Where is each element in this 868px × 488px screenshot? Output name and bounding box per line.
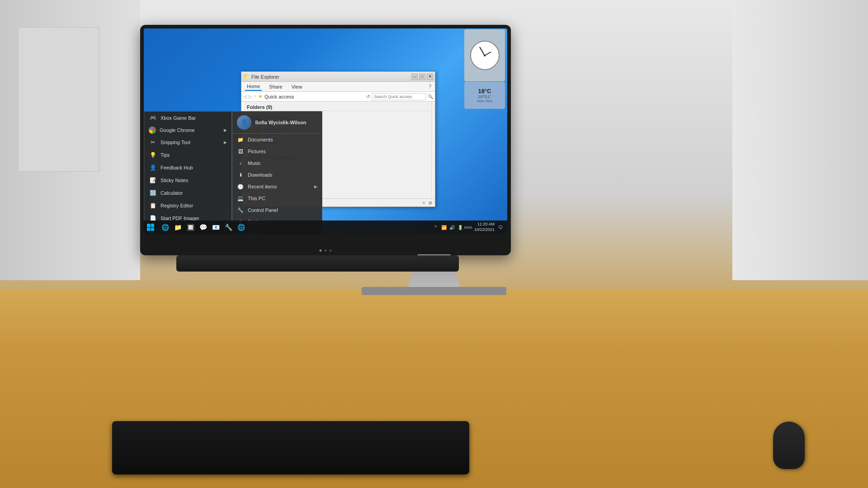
submenu-recent[interactable]: 🕒 Recent items ▶ <box>232 181 322 192</box>
taskbar-mail-icon[interactable]: 📧 <box>210 221 222 233</box>
scrollbar[interactable] <box>431 102 435 198</box>
menu-item-registry[interactable]: 📋 Registry Editor <box>144 199 231 212</box>
tray-keyboard[interactable]: ENG <box>465 224 472 230</box>
monitor-dot-2 <box>325 249 327 252</box>
registry-icon: 📋 <box>149 202 157 210</box>
maximize-button[interactable]: □ <box>419 74 425 80</box>
wall-right <box>732 0 868 280</box>
snipping-arrow: ▶ <box>224 140 227 145</box>
keyboard <box>112 421 469 474</box>
view-list-icon[interactable]: ≡ <box>423 201 425 205</box>
submenu-downloads[interactable]: ⬇ Downloads <box>232 169 322 181</box>
pictures-icon: 🖼 <box>237 148 244 155</box>
menu-item-chrome[interactable]: Google Chrome ▶ <box>144 124 231 136</box>
chrome-icon <box>149 127 156 134</box>
tips-label: Tips <box>160 152 227 158</box>
menu-item-calc[interactable]: 🔢 Calculator <box>144 187 231 199</box>
tray-volume[interactable]: 🔊 <box>449 224 455 230</box>
star-icon: ★ <box>258 94 263 99</box>
recent-label: Recent items <box>248 184 277 189</box>
documents-icon: 📁 <box>237 136 244 143</box>
tray-chevron[interactable]: ^ <box>433 224 439 230</box>
monitor-screen: 18°C 19°/11° New York 📁 File Explorer — … <box>144 28 507 234</box>
taskbar-explorer-icon[interactable]: 📁 <box>172 221 184 233</box>
music-icon: ♪ <box>237 160 244 167</box>
nav-back-icon[interactable]: ◁ <box>243 94 247 99</box>
submenu-music[interactable]: ♪ Music <box>232 157 322 169</box>
file-explorer-titlebar: 📁 File Explorer — □ ✕ <box>241 72 435 82</box>
menu-item-feedback[interactable]: 👤 Feedback Hub <box>144 161 231 174</box>
nav-up-icon[interactable]: ↑ <box>254 94 256 99</box>
submenu-thispc[interactable]: 💻 This PC <box>232 192 322 204</box>
sticky-label: Sticky Notes <box>160 178 227 183</box>
start-menu: 🎮 Xbox Game Bar Google Chrome ▶ ✂ Snippi… <box>144 111 232 234</box>
start-button[interactable] <box>144 221 157 234</box>
taskbar-time-value: 11:20 AM <box>474 222 495 227</box>
search-input[interactable] <box>372 93 426 100</box>
taskbar-pinned-icons: 🌐 📁 🔲 💬 📧 🔧 🌐 <box>157 221 249 233</box>
menu-item-xbox[interactable]: 🎮 Xbox Game Bar <box>144 112 231 124</box>
taskbar-browser2-icon[interactable]: 🌐 <box>235 221 247 233</box>
taskbar-edge-icon[interactable]: 🌐 <box>159 221 171 233</box>
tips-icon: 💡 <box>149 151 157 159</box>
minimize-button[interactable]: — <box>411 74 418 80</box>
submenu-pictures[interactable]: 🖼 Pictures <box>232 145 322 157</box>
tray-network[interactable]: 📶 <box>441 224 447 230</box>
win-logo-tl <box>147 224 151 227</box>
submenu-controlpanel[interactable]: 🔧 Control Panel <box>232 204 322 216</box>
system-tray: ^ 📶 🔊 🔋 ENG <box>433 224 472 230</box>
tab-share[interactable]: Share <box>267 83 284 90</box>
taskbar-chat-icon[interactable]: 💬 <box>197 221 209 233</box>
tab-home[interactable]: Home <box>245 83 262 91</box>
thispc-icon: 💻 <box>237 195 244 202</box>
taskbar-store-icon[interactable]: 🔲 <box>184 221 196 233</box>
recent-arrow: ▶ <box>314 184 317 189</box>
close-button[interactable]: ✕ <box>427 74 433 80</box>
file-explorer-title: File Explorer <box>251 74 411 80</box>
thispc-label: This PC <box>248 196 265 201</box>
taskbar: 🌐 📁 🔲 💬 📧 🔧 🌐 ^ 📶 🔊 🔋 ENG 11:20 AM <box>144 221 507 234</box>
address-text[interactable]: Quick access <box>264 94 364 99</box>
chrome-arrow: ▶ <box>224 128 227 132</box>
clock-center-dot <box>484 55 486 56</box>
monitor-indicator-dots <box>320 249 332 252</box>
recent-icon: 🕒 <box>237 183 244 190</box>
mouse <box>773 422 805 469</box>
file-explorer-ribbon: Home Share View ? <box>241 82 435 92</box>
taskbar-clock[interactable]: 11:20 AM 10/22/2021 <box>474 222 495 232</box>
weather-range: 19°/11° <box>478 94 491 99</box>
weather-temp: 18°C <box>478 88 491 94</box>
submenu-documents[interactable]: 📁 Documents <box>232 134 322 145</box>
clock-face <box>470 41 500 70</box>
menu-item-tips[interactable]: 💡 Tips <box>144 149 231 161</box>
menu-item-snipping[interactable]: ✂ Snipping Tool ▶ <box>144 136 231 149</box>
taskbar-settings-icon[interactable]: 🔧 <box>222 221 234 233</box>
monitor-dot-3 <box>330 249 332 252</box>
nav-forward-icon[interactable]: ▷ <box>249 94 252 99</box>
taskbar-date-value: 10/22/2021 <box>474 227 495 233</box>
folder-icon: 📁 <box>243 74 250 80</box>
win-logo-br <box>151 228 155 231</box>
tab-view[interactable]: View <box>290 83 304 90</box>
calc-icon: 🔢 <box>149 189 157 197</box>
controlpanel-icon: 🔧 <box>237 206 244 214</box>
monitor-base <box>362 287 506 295</box>
pictures-label: Pictures <box>248 149 266 154</box>
window-controls: — □ ✕ <box>411 74 433 80</box>
downloads-icon: ⬇ <box>237 171 244 178</box>
view-grid-icon[interactable]: ⊞ <box>429 201 432 205</box>
controlpanel-label: Control Panel <box>248 207 278 213</box>
right-submenu: 👤 Sofia Wycislik-Wilson 📁 Documents 🖼 Pi… <box>232 111 322 234</box>
speaker-bar <box>176 255 459 272</box>
notification-center[interactable]: 🗨 <box>497 224 504 230</box>
menu-item-sticky[interactable]: 📝 Sticky Notes <box>144 174 231 187</box>
refresh-icon[interactable]: ↺ <box>366 94 370 99</box>
tray-battery[interactable]: 🔋 <box>457 224 463 230</box>
documents-label: Documents <box>248 137 273 142</box>
address-bar: ◁ ▷ ↑ ★ Quick access ↺ 🔍 <box>241 92 435 102</box>
ribbon-help: ? <box>429 84 431 89</box>
snipping-icon: ✂ <box>149 138 157 146</box>
weather-widget: 18°C 19°/11° New York <box>464 82 505 109</box>
wall-shelf <box>18 27 99 172</box>
search-icon[interactable]: 🔍 <box>428 94 433 99</box>
